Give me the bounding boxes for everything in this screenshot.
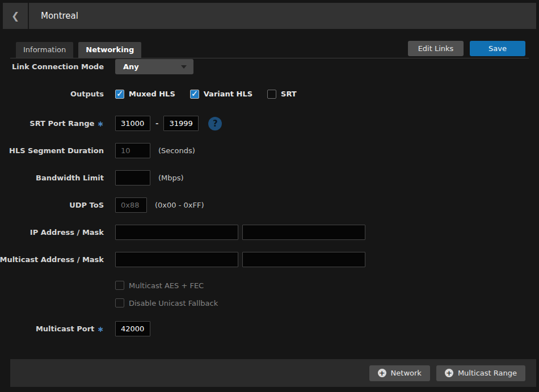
multicast-aes-fec-checkbox[interactable]: Multicast AES + FEC [115,281,539,290]
multicast-address-mask-label: Multicast Address / Mask [0,255,104,264]
chevron-down-icon [181,65,187,69]
seconds-hint: (Seconds) [158,146,195,155]
checkbox-label: SRT [281,90,297,98]
hls-segment-duration-label: HLS Segment Duration [0,146,104,155]
hls-segment-duration-input[interactable] [115,143,150,158]
row-hls-segment-duration: HLS Segment Duration (Seconds) [0,143,539,158]
ip-address-input[interactable] [115,225,238,240]
udp-tos-label: UDP ToS [0,201,104,209]
row-disable-unicast-fallback: Disable Unicast Fallback [115,298,539,309]
outputs-group: Muxed HLS Variant HLS SRT [115,90,297,99]
row-bandwidth-limit: Bandwidth Limit (Mbps) [0,170,539,186]
row-udp-tos: UDP ToS (0x00 - 0xFF) [0,197,539,213]
checkbox-label: Variant HLS [204,90,252,98]
mbps-hint: (Mbps) [158,174,184,182]
srt-port-to-input[interactable] [163,116,199,131]
outputs-label: Outputs [0,90,104,98]
link-connection-mode-label: Link Connection Mode [0,62,104,71]
row-ip-address-mask: IP Address / Mask [0,225,539,240]
ip-mask-input[interactable] [242,225,365,240]
checkbox-icon [115,298,124,307]
footer-bar: + Network + Multicast Range [10,359,536,387]
tab-bar: Information Networking [16,42,141,58]
multicast-port-label: Multicast Port ∗ [0,324,104,334]
row-multicast-address-mask: Multicast Address / Mask [0,252,539,267]
add-network-button[interactable]: + Network [369,365,430,381]
edit-links-button[interactable]: Edit Links [408,41,464,56]
header: ❮ Montreal [3,3,536,29]
row-link-connection-mode: Link Connection Mode Any [0,59,539,74]
multicast-mask-input[interactable] [242,252,365,267]
srt-port-from-input[interactable] [115,116,150,131]
checkbox-label: Muxed HLS [129,90,175,98]
row-outputs: Outputs Muxed HLS Variant HLS SRT [0,86,539,102]
required-icon: ∗ [97,324,104,334]
page-title: Montreal [29,3,78,29]
toolbar: Information Networking Edit Links Save [10,41,529,58]
bandwidth-limit-label: Bandwidth Limit [0,174,104,182]
checkbox-icon [190,90,199,99]
required-icon: ∗ [97,119,104,128]
tos-range-hint: (0x00 - 0xFF) [155,201,204,209]
row-srt-port-range: SRT Port Range ∗ - ? [0,116,539,131]
add-network-label: Network [391,369,422,377]
srt-port-range-label: SRT Port Range ∗ [0,119,104,128]
output-variant-hls-checkbox[interactable]: Variant HLS [190,90,252,99]
multicast-port-input[interactable] [115,321,150,336]
disable-unicast-fallback-checkbox[interactable]: Disable Unicast Fallback [115,298,539,307]
row-multicast-aes-fec: Multicast AES + FEC [115,281,539,291]
checkbox-icon [267,90,276,99]
checkbox-label: Multicast AES + FEC [129,281,204,290]
back-button[interactable]: ❮ [3,3,29,29]
range-separator: - [155,119,158,128]
checkbox-label: Disable Unicast Fallback [129,299,218,307]
add-multicast-range-button[interactable]: + Multicast Range [436,365,525,381]
tab-information[interactable]: Information [16,42,73,58]
toolbar-actions: Edit Links Save [408,41,529,58]
back-chevron-icon: ❮ [11,10,19,22]
save-button[interactable]: Save [470,41,525,56]
networking-form: Link Connection Mode Any Outputs Muxed H… [0,59,539,348]
plus-icon: + [445,369,453,377]
output-srt-checkbox[interactable]: SRT [267,90,297,99]
help-icon[interactable]: ? [208,117,222,130]
row-multicast-port: Multicast Port ∗ [0,321,539,336]
udp-tos-input[interactable] [115,197,147,213]
tab-networking[interactable]: Networking [78,42,141,58]
checkbox-icon [115,90,124,99]
output-muxed-hls-checkbox[interactable]: Muxed HLS [115,90,175,99]
bandwidth-limit-input[interactable] [115,170,150,186]
ip-address-mask-label: IP Address / Mask [0,228,104,237]
plus-icon: + [378,369,386,377]
multicast-address-input[interactable] [115,252,238,267]
add-multicast-range-label: Multicast Range [458,369,517,377]
checkbox-icon [115,281,124,290]
select-value: Any [123,62,139,71]
link-connection-mode-select[interactable]: Any [115,59,193,74]
